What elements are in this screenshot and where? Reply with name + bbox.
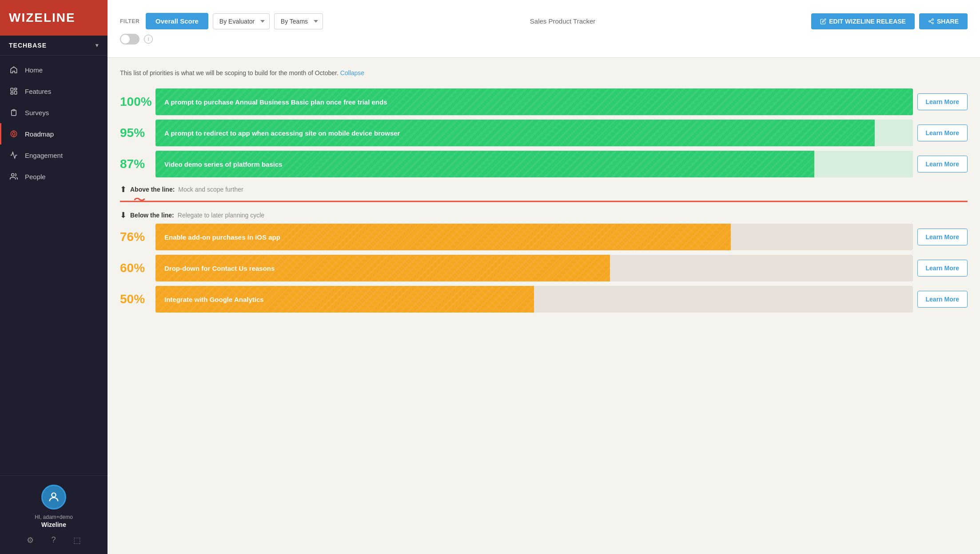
divider-line: 〜 <box>120 200 968 203</box>
filter-row-2: i <box>120 34 153 44</box>
score-bar-fill: Drop-down for Contact Us reasons <box>155 255 610 281</box>
above-line-indicator: ⬆ Above the line: Mock and scope further <box>120 185 968 194</box>
by-teams-dropdown[interactable]: By Teams <box>274 13 323 29</box>
by-evaluator-dropdown[interactable]: By Evaluator <box>213 13 270 29</box>
zigzag-icon: 〜 <box>133 192 146 209</box>
sidebar-item-roadmap[interactable]: Roadmap <box>0 123 108 145</box>
main-content: FILTER Overall Score By Evaluator By Tea… <box>108 0 980 554</box>
score-bar-fill: Enable add-on purchases in iOS app <box>155 224 731 250</box>
arrow-up-icon: ⬆ <box>120 185 127 194</box>
content-area: This list of priorities is what we will … <box>108 58 980 554</box>
score-item-2: 95% A prompt to redirect to app when acc… <box>120 120 968 146</box>
people-icon <box>9 172 19 181</box>
learn-more-button[interactable]: Learn More <box>917 291 968 308</box>
score-item-3: 87% Video demo series of platform basics… <box>120 151 968 177</box>
score-bar-fill: Integrate with Google Analytics <box>155 286 534 313</box>
score-percentage: 87% <box>120 157 155 171</box>
help-icon[interactable]: ? <box>51 535 56 545</box>
score-percentage: 60% <box>120 261 155 275</box>
score-bar-container: Drop-down for Contact Us reasons <box>155 255 913 281</box>
sidebar-item-home[interactable]: Home <box>0 59 108 80</box>
sidebar-item-features-label: Features <box>25 88 51 95</box>
sidebar-item-engagement-label: Engagement <box>25 152 63 159</box>
learn-more-button[interactable]: Learn More <box>917 260 968 277</box>
score-bar-container: A prompt to purchase Annual Business Bas… <box>155 88 913 115</box>
edit-release-button[interactable]: EDIT WIZELINE RELEASE <box>811 13 915 29</box>
score-item-3: 50% Integrate with Google Analytics Lear… <box>120 286 968 313</box>
logo-area: WIZELINE <box>0 0 108 36</box>
svg-rect-0 <box>11 88 13 91</box>
overall-score-button[interactable]: Overall Score <box>146 13 208 29</box>
bar-pattern <box>155 151 814 177</box>
sidebar-item-people-label: People <box>25 173 46 181</box>
svg-line-14 <box>930 20 932 20</box>
svg-rect-3 <box>11 92 13 94</box>
user-greeting: HI, adam+demo <box>9 514 99 520</box>
svg-line-13 <box>930 21 932 22</box>
svg-point-5 <box>12 132 15 135</box>
bar-pattern <box>155 88 913 115</box>
share-icon <box>928 18 934 24</box>
settings-icon[interactable]: ⚙ <box>27 535 34 545</box>
bar-pattern <box>155 286 534 313</box>
score-bar-container: Video demo series of platform basics <box>155 151 913 177</box>
score-bar-container: Enable add-on purchases in iOS app <box>155 224 913 250</box>
features-icon <box>9 86 19 96</box>
score-bar-container: Integrate with Google Analytics <box>155 286 913 313</box>
svg-point-9 <box>52 493 56 497</box>
filter-label: FILTER <box>120 18 139 24</box>
score-item-1: 76% Enable add-on purchases in iOS app L… <box>120 224 968 250</box>
learn-more-button[interactable]: Learn More <box>917 124 968 141</box>
svg-rect-1 <box>15 88 17 90</box>
action-buttons: EDIT WIZELINE RELEASE SHARE <box>811 13 968 29</box>
sidebar-item-surveys[interactable]: Surveys <box>0 102 108 123</box>
sidebar-footer: HI, adam+demo Wizeline ⚙ ? ⬚ <box>0 475 108 554</box>
score-item-2: 60% Drop-down for Contact Us reasons Lea… <box>120 255 968 281</box>
learn-more-button[interactable]: Learn More <box>917 229 968 245</box>
score-item-1: 100% A prompt to purchase Annual Busines… <box>120 88 968 115</box>
org-selector[interactable]: TECHBASE ▾ <box>0 36 108 56</box>
filter-title: Sales Product Tracker <box>530 17 596 25</box>
roadmap-icon <box>9 129 19 139</box>
share-button[interactable]: SHARE <box>919 13 968 29</box>
learn-more-button[interactable]: Learn More <box>917 156 968 173</box>
divider-red-line <box>120 201 968 202</box>
collapse-link[interactable]: Collapse <box>340 69 364 76</box>
svg-point-11 <box>929 20 931 22</box>
sidebar-bottom-icons: ⚙ ? ⬚ <box>9 528 99 545</box>
engagement-icon <box>9 150 19 160</box>
logo-text: WIZELINE <box>9 11 76 25</box>
below-line-description: Relegate to later planning cycle <box>178 212 264 219</box>
bar-pattern <box>155 255 610 281</box>
sidebar-item-engagement[interactable]: Engagement <box>0 145 108 166</box>
svg-point-10 <box>932 19 934 20</box>
score-percentage: 50% <box>120 292 155 306</box>
score-bar-fill: Video demo series of platform basics <box>155 151 814 177</box>
svg-point-8 <box>12 173 14 176</box>
items-above-line: 100% A prompt to purchase Annual Busines… <box>120 88 968 177</box>
sidebar-item-features[interactable]: Features <box>0 80 108 102</box>
avatar <box>41 485 66 510</box>
logout-icon[interactable]: ⬚ <box>73 535 81 545</box>
svg-rect-2 <box>15 91 17 94</box>
svg-point-12 <box>932 22 934 24</box>
items-below-line: 76% Enable add-on purchases in iOS app L… <box>120 224 968 313</box>
score-bar-container: A prompt to redirect to app when accessi… <box>155 120 913 146</box>
chevron-down-icon: ▾ <box>96 42 99 48</box>
bar-pattern <box>155 120 875 146</box>
toggle-switch[interactable] <box>120 34 139 44</box>
score-percentage: 95% <box>120 126 155 140</box>
sidebar-item-people[interactable]: People <box>0 166 108 187</box>
sidebar: WIZELINE TECHBASE ▾ Home Features Survey… <box>0 0 108 554</box>
info-icon[interactable]: i <box>144 35 153 44</box>
arrow-down-icon: ⬇ <box>120 210 127 220</box>
score-percentage: 100% <box>120 95 155 109</box>
learn-more-button[interactable]: Learn More <box>917 93 968 110</box>
score-bar-fill: A prompt to purchase Annual Business Bas… <box>155 88 913 115</box>
filter-row-1: FILTER Overall Score By Evaluator By Tea… <box>120 13 968 29</box>
sidebar-item-home-label: Home <box>25 66 43 74</box>
sidebar-nav: Home Features Surveys Roadmap <box>0 56 108 475</box>
intro-text: This list of priorities is what we will … <box>120 68 968 78</box>
below-line-label: Below the line: <box>130 212 174 219</box>
sidebar-item-roadmap-label: Roadmap <box>25 130 54 138</box>
